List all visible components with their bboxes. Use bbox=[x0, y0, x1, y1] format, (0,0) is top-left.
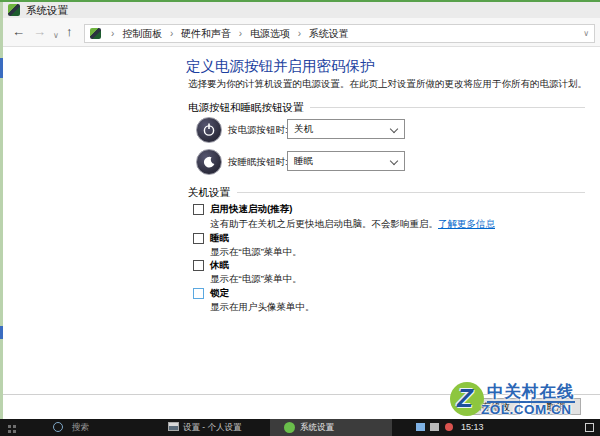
breadcrumb-separator-icon: › bbox=[239, 28, 242, 39]
fast-startup-description-text: 这有助于在关机之后更快地启动电脑。不会影响重启。 bbox=[210, 218, 438, 229]
section-title-shutdown: 关机设置 bbox=[188, 186, 230, 198]
back-icon[interactable]: ← bbox=[12, 24, 25, 40]
fast-startup-label[interactable]: 启用快速启动(推荐) bbox=[210, 203, 292, 215]
tray-notification-badge-icon[interactable] bbox=[445, 423, 453, 431]
sleep-description: 显示在“电源”菜单中。 bbox=[210, 246, 302, 258]
breadcrumb-item-power-options[interactable]: 电源选项 bbox=[250, 28, 290, 39]
lock-description: 显示在用户头像菜单中。 bbox=[210, 301, 315, 313]
taskbar-item-label: 系统设置 bbox=[300, 422, 334, 433]
navigation-bar: ← → ∨ ↑ › 控制面板 › 硬件和声音 › 电源选项 › 系统设置 ∨ bbox=[0, 18, 600, 47]
taskbar-item-label: 设置 - 个人设置 bbox=[183, 422, 242, 433]
chevron-down-icon bbox=[390, 125, 398, 133]
address-location-icon bbox=[90, 28, 101, 39]
power-button-icon bbox=[196, 117, 222, 143]
sleep-label[interactable]: 睡眠 bbox=[210, 232, 229, 244]
learn-more-link[interactable]: 了解更多信息 bbox=[438, 218, 495, 229]
top-edge-artifact bbox=[0, 0, 600, 2]
sleep-button-row-label: 按睡眠按钮时: bbox=[228, 156, 288, 168]
start-icon[interactable] bbox=[8, 425, 11, 428]
breadcrumb-item-hardware-sound[interactable]: 硬件和声音 bbox=[181, 28, 231, 39]
fast-startup-description: 这有助于在关机之后更快地启动电脑。不会影响重启。了解更多信息 bbox=[210, 218, 495, 230]
left-edge-text-fragment bbox=[0, 58, 3, 78]
lock-checkbox[interactable] bbox=[193, 288, 204, 299]
hibernate-label[interactable]: 休眠 bbox=[210, 259, 229, 271]
screenshot-root: 系统设置 ← → ∨ ↑ › 控制面板 › 硬件和声音 › 电源选项 › 系统设… bbox=[0, 0, 600, 436]
cortana-search-icon[interactable] bbox=[53, 422, 63, 432]
breadcrumb: › 控制面板 › 硬件和声音 › 电源选项 › 系统设置 bbox=[106, 27, 349, 40]
taskbar-clock[interactable]: 15:13 bbox=[461, 422, 484, 433]
left-edge-artifact bbox=[0, 0, 3, 419]
save-changes-button[interactable]: 保存修改 bbox=[462, 398, 520, 415]
address-bar[interactable]: › 控制面板 › 硬件和声音 › 电源选项 › 系统设置 ∨ bbox=[84, 24, 595, 43]
power-button-row-label: 按电源按钮时: bbox=[228, 124, 288, 136]
sleep-checkbox[interactable] bbox=[193, 233, 204, 244]
left-edge-text-fragment bbox=[0, 326, 3, 339]
settings-page: 定义电源按钮并启用密码保护 选择要为你的计算机设置的电源设置。在此页上对设置所做… bbox=[0, 46, 600, 419]
breadcrumb-item-system-settings[interactable]: 系统设置 bbox=[309, 28, 349, 39]
chevron-down-icon bbox=[390, 157, 398, 165]
action-center-icon[interactable] bbox=[585, 423, 594, 432]
history-chevron-icon[interactable]: ∨ bbox=[53, 28, 59, 44]
tray-network-icon[interactable] bbox=[416, 423, 425, 431]
hibernate-checkbox[interactable] bbox=[193, 260, 204, 271]
up-icon[interactable]: ↑ bbox=[66, 24, 73, 40]
cancel-button[interactable]: 取消 bbox=[531, 398, 581, 415]
lock-label[interactable]: 锁定 bbox=[210, 287, 229, 299]
fast-startup-checkbox[interactable] bbox=[193, 204, 204, 215]
power-button-action-value: 关机 bbox=[294, 123, 313, 134]
power-button-action-select[interactable]: 关机 bbox=[287, 119, 405, 139]
system-settings-icon bbox=[284, 422, 295, 433]
taskbar: 搜索 设置 - 个人设置 系统设置 15:13 bbox=[0, 419, 600, 436]
taskbar-search-label[interactable]: 搜索 bbox=[72, 422, 89, 433]
breadcrumb-separator-icon: › bbox=[170, 28, 173, 39]
taskbar-item-settings-window[interactable]: 设置 - 个人设置 bbox=[160, 419, 266, 436]
sleep-button-action-select[interactable]: 睡眠 bbox=[287, 151, 405, 171]
taskbar-item-system-settings[interactable]: 系统设置 bbox=[270, 419, 392, 436]
section-divider bbox=[310, 107, 585, 108]
forward-icon: → bbox=[33, 24, 46, 40]
titlebar: 系统设置 bbox=[0, 2, 600, 18]
page-title: 定义电源按钮并启用密码保护 bbox=[186, 58, 375, 75]
window-bottom-border bbox=[0, 394, 600, 395]
address-dropdown-icon[interactable]: ∨ bbox=[583, 29, 589, 38]
breadcrumb-separator-icon: › bbox=[298, 28, 301, 39]
sleep-button-icon bbox=[196, 149, 222, 175]
hibernate-description: 显示在“电源”菜单中。 bbox=[210, 273, 302, 285]
breadcrumb-item-control-panel[interactable]: 控制面板 bbox=[122, 28, 162, 39]
section-title-power-buttons: 电源按钮和睡眠按钮设置 bbox=[188, 101, 304, 113]
section-divider bbox=[237, 192, 585, 193]
tray-volume-icon[interactable] bbox=[430, 423, 439, 431]
breadcrumb-separator-icon: › bbox=[111, 28, 114, 39]
page-intro: 选择要为你的计算机设置的电源设置。在此页上对设置所做的更改将应用于你所有的电源计… bbox=[188, 78, 587, 90]
window-icon bbox=[168, 422, 179, 431]
power-options-app-icon bbox=[8, 4, 20, 16]
sleep-button-action-value: 睡眠 bbox=[294, 155, 313, 166]
window-title: 系统设置 bbox=[26, 4, 68, 16]
